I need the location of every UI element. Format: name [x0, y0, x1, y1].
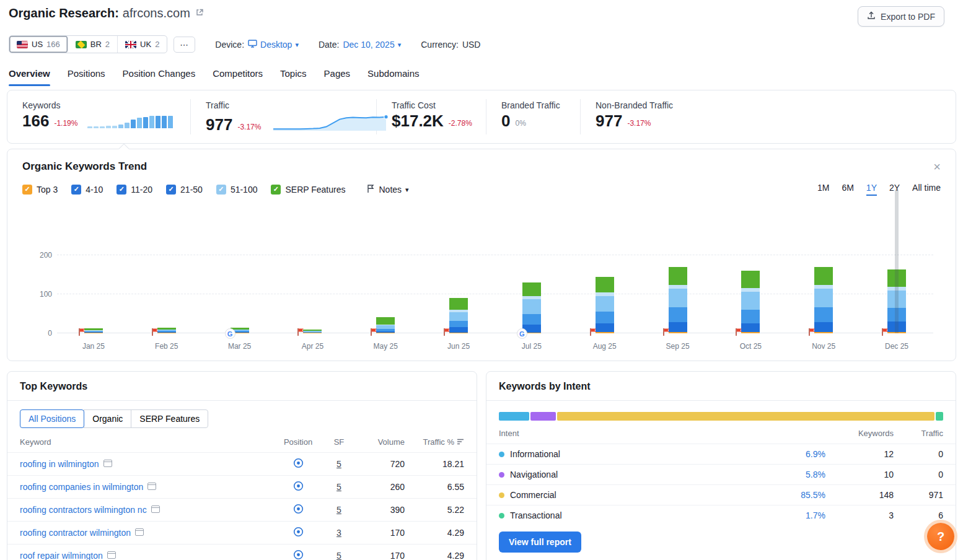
serp-preview-icon[interactable] [103, 459, 112, 469]
trend-column-mar-25[interactable]: G [203, 209, 276, 333]
legend-top-3[interactable]: Top 3 [22, 185, 58, 195]
trend-column-aug-25[interactable] [568, 209, 641, 333]
trend-column-jan-25[interactable] [57, 209, 130, 333]
legend-4-10[interactable]: 4-10 [71, 185, 103, 195]
serp-features-count-link[interactable]: 5 [336, 505, 341, 515]
intent-percent-link[interactable]: 85.5% [801, 490, 825, 500]
checkbox-icon[interactable] [216, 185, 226, 195]
metric-card-keywords[interactable]: Keywords 166 -1.19% [7, 99, 191, 134]
trend-bar[interactable] [376, 317, 395, 333]
serp-features-count-link[interactable]: 5 [336, 551, 341, 560]
trend-column-feb-25[interactable] [130, 209, 203, 333]
trend-bar[interactable] [596, 277, 614, 333]
google-update-icon[interactable]: G [225, 328, 235, 339]
tab-topics[interactable]: Topics [280, 68, 307, 86]
serp-preview-icon[interactable] [107, 551, 116, 560]
position-pin-icon[interactable] [293, 483, 304, 493]
range-1y[interactable]: 1Y [866, 183, 877, 196]
close-icon[interactable]: × [933, 160, 941, 173]
metric-card-branded-traffic[interactable]: Branded Traffic 0 0% [486, 99, 581, 134]
country-tab-uk[interactable]: UK 2 [118, 36, 167, 53]
legend-serp-features[interactable]: SERP Features [271, 185, 345, 195]
trend-bar[interactable] [449, 298, 468, 333]
position-pin-icon[interactable] [293, 460, 304, 470]
note-flag-icon[interactable] [443, 328, 451, 338]
keyword-link[interactable]: roofing contractor wilmington [20, 528, 144, 538]
tab-subdomains[interactable]: Subdomains [367, 68, 419, 86]
checkbox-icon[interactable] [117, 185, 126, 195]
col-header-traffic[interactable]: Traffic % [410, 432, 477, 453]
keyword-link[interactable]: roofing in wilmington [20, 459, 112, 469]
serp-features-count-link[interactable]: 3 [336, 528, 341, 538]
intent-percent-link[interactable]: 6.9% [806, 449, 825, 459]
trend-column-nov-25[interactable] [787, 209, 860, 333]
keyword-link[interactable]: roofing contractors wilmington nc [20, 505, 160, 515]
range-all-time[interactable]: All time [912, 183, 941, 196]
position-pin-icon[interactable] [293, 506, 304, 516]
note-flag-icon[interactable] [297, 328, 305, 338]
intent-bar-segment-commercial[interactable] [557, 412, 934, 421]
tab-all-positions[interactable]: All Positions [20, 409, 84, 428]
note-flag-icon[interactable] [151, 328, 159, 338]
note-flag-icon[interactable] [735, 328, 743, 338]
serp-preview-icon[interactable] [135, 528, 144, 538]
metric-card-traffic-cost[interactable]: Traffic Cost $17.2K -2.78% [377, 99, 486, 134]
country-tab-us[interactable]: US 166 [9, 36, 68, 53]
note-flag-icon[interactable] [808, 328, 816, 338]
metric-card-non-branded-traffic[interactable]: Non-Branded Traffic 977 -3.17% [581, 99, 956, 134]
serp-preview-icon[interactable] [147, 482, 156, 492]
more-countries-button[interactable]: ⋯ [174, 37, 195, 53]
trend-column-oct-25[interactable] [714, 209, 787, 333]
checkbox-icon[interactable] [22, 185, 32, 195]
trend-column-sep-25[interactable] [641, 209, 715, 333]
trend-bar[interactable] [157, 328, 176, 333]
checkbox-icon[interactable] [271, 185, 281, 195]
keyword-link[interactable]: roofing companies in wilmington [20, 482, 156, 492]
trend-bar[interactable] [669, 267, 687, 333]
intent-bar-segment-informational[interactable] [499, 412, 529, 421]
trend-column-jul-25[interactable]: G [495, 209, 568, 333]
sort-icon[interactable] [457, 437, 464, 447]
google-update-icon[interactable]: G [517, 328, 527, 339]
tab-serp-features[interactable]: SERP Features [131, 409, 208, 428]
trend-column-jun-25[interactable] [422, 209, 495, 333]
serp-features-count-link[interactable]: 5 [336, 459, 341, 469]
view-full-report-button[interactable]: View full report [499, 532, 581, 553]
position-pin-icon[interactable] [293, 552, 304, 560]
metric-card-traffic[interactable]: Traffic 977 -3.17% [191, 99, 377, 134]
trend-bar[interactable] [814, 267, 833, 333]
legend-11-20[interactable]: 11-20 [117, 185, 152, 195]
intent-bar-segment-transactional[interactable] [936, 412, 943, 421]
tab-overview[interactable]: Overview [9, 68, 50, 86]
position-pin-icon[interactable] [293, 529, 304, 539]
trend-column-may-25[interactable] [349, 209, 422, 333]
note-flag-icon[interactable] [881, 328, 889, 338]
range-6m[interactable]: 6M [842, 183, 853, 196]
intent-bar-segment-navigational[interactable] [530, 412, 556, 421]
note-flag-icon[interactable] [662, 328, 671, 338]
checkbox-icon[interactable] [166, 185, 176, 195]
keyword-link[interactable]: roof repair wilmington [20, 551, 116, 560]
export-to-pdf-button[interactable]: Export to PDF [858, 6, 944, 27]
serp-features-count-link[interactable]: 5 [336, 482, 341, 492]
note-flag-icon[interactable] [370, 328, 378, 338]
trend-bar[interactable] [84, 328, 103, 333]
trend-bar[interactable] [303, 330, 322, 333]
range-1m[interactable]: 1M [817, 183, 829, 196]
intent-percent-link[interactable]: 1.7% [806, 510, 825, 520]
trend-bar[interactable] [887, 269, 906, 333]
tab-position-changes[interactable]: Position Changes [123, 68, 196, 86]
intent-percent-link[interactable]: 5.8% [806, 470, 825, 479]
note-flag-icon[interactable] [589, 328, 597, 338]
trend-bar[interactable] [522, 282, 541, 333]
trend-bar[interactable] [741, 271, 760, 333]
tab-competitors[interactable]: Competitors [213, 68, 263, 86]
trend-column-apr-25[interactable] [276, 209, 349, 333]
legend-21-50[interactable]: 21-50 [166, 185, 203, 195]
tab-organic[interactable]: Organic [84, 409, 131, 428]
tab-pages[interactable]: Pages [324, 68, 351, 86]
trend-column-dec-25[interactable] [860, 209, 933, 333]
country-tab-br[interactable]: BR 2 [68, 36, 118, 53]
legend-51-100[interactable]: 51-100 [216, 185, 258, 195]
external-link-icon[interactable] [195, 8, 204, 17]
